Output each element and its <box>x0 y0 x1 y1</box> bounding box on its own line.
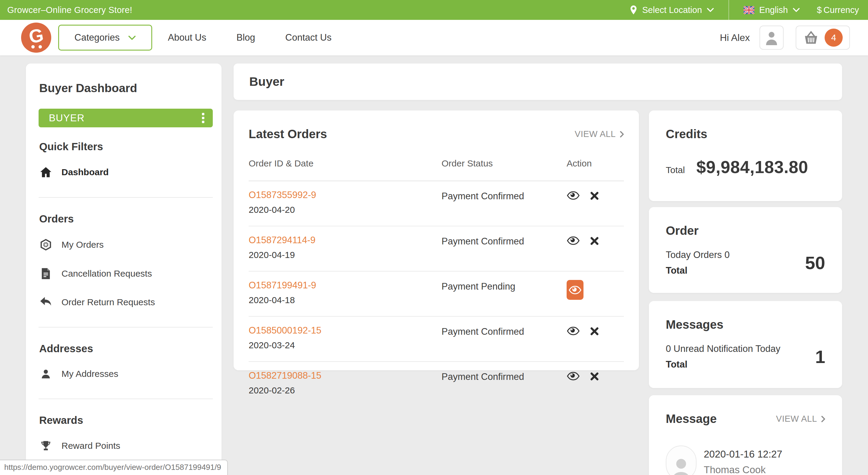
x-icon <box>590 327 599 336</box>
eye-icon <box>567 326 580 336</box>
cancel-order-button[interactable] <box>590 192 599 200</box>
sidebar-section-quick-filters: Quick Filters Dashboard <box>38 127 213 198</box>
orders-icon <box>39 239 53 251</box>
sender-avatar <box>666 445 696 475</box>
orders-table-header: Order ID & Date Order Status Action <box>249 158 624 181</box>
role-switch-button[interactable]: BUYER <box>38 109 213 127</box>
column-order-id-date: Order ID & Date <box>249 158 441 169</box>
cancel-order-button[interactable] <box>590 237 599 245</box>
page-title: Buyer <box>249 75 284 89</box>
categories-label: Categories <box>74 32 120 43</box>
map-pin-icon <box>629 5 638 15</box>
categories-button[interactable]: Categories <box>58 25 152 50</box>
main-nav: About Us Blog Contact Us <box>168 32 332 43</box>
home-icon <box>39 166 53 178</box>
store-title: Growcer–Online Grocery Store! <box>7 5 629 15</box>
sidebar-item[interactable]: My Addresses <box>39 368 213 379</box>
order-status: Payment Pending <box>441 280 567 292</box>
credits-total-value: $9,984,183.80 <box>696 157 808 177</box>
nav-about-us[interactable]: About Us <box>168 32 207 43</box>
message-card-title: Message <box>666 412 717 426</box>
order-date: 2020-04-20 <box>249 205 441 215</box>
cancel-order-button[interactable] <box>590 372 599 381</box>
order-row: O1587199491-9 2020-04-18 Payment Pending <box>249 272 624 317</box>
sidebar-item[interactable]: My Orders <box>39 239 213 251</box>
message-sender-name: Thomas Cook <box>704 464 782 475</box>
messages-stats-title: Messages <box>666 318 723 331</box>
buyer-sidebar: Buyer Dashboard BUYER Quick Filters Dash… <box>26 64 221 475</box>
return-icon <box>39 297 53 308</box>
view-all-messages-link[interactable]: VIEW ALL <box>776 414 825 424</box>
page-content: Buyer Dashboard BUYER Quick Filters Dash… <box>0 56 868 475</box>
growcer-logo[interactable]: G <box>21 23 51 53</box>
chevron-right-icon <box>620 131 624 138</box>
role-label: BUYER <box>49 112 85 124</box>
order-stats-title: Order <box>666 224 699 238</box>
sidebar-section-heading: Quick Filters <box>39 141 213 152</box>
sidebar-section-addresses: Addresses My Addresses <box>38 328 213 399</box>
order-date: 2020-02-26 <box>249 385 441 396</box>
eye-icon <box>567 236 580 245</box>
sidebar-item[interactable]: Order Return Requests <box>39 297 213 308</box>
currency-selector[interactable]: $ Currency <box>817 5 859 15</box>
order-date: 2020-04-19 <box>249 250 441 260</box>
order-id-link[interactable]: O1587294114-9 <box>249 235 315 246</box>
logo-wheel-icon <box>38 45 42 48</box>
nav-contact-us[interactable]: Contact Us <box>285 32 332 43</box>
x-icon <box>590 192 599 200</box>
cart-button[interactable]: 4 <box>796 26 850 50</box>
order-id-link[interactable]: O1582719088-15 <box>249 370 321 381</box>
order-id-link[interactable]: O1587355992-9 <box>249 190 316 201</box>
link-preview-url: https://demo.yogrowcer.com/buyer/view-or… <box>4 463 221 472</box>
order-status: Payment Confirmed <box>441 370 567 382</box>
latest-message-card: Message VIEW ALL 2020-0 <box>649 395 842 475</box>
column-order-status: Order Status <box>441 158 567 169</box>
nav-blog[interactable]: Blog <box>237 32 255 43</box>
sidebar-item[interactable]: Cancellation Requests <box>39 268 213 280</box>
view-order-button[interactable] <box>567 236 580 245</box>
chevron-down-icon <box>128 36 136 40</box>
currency-label: Currency <box>824 5 859 15</box>
order-row: O1587294114-9 2020-04-19 Payment Confirm… <box>249 226 624 272</box>
eye-icon <box>567 371 580 381</box>
view-order-button[interactable] <box>567 280 584 300</box>
language-label: English <box>759 5 788 15</box>
order-id-link[interactable]: O1585000192-15 <box>249 325 321 336</box>
person-icon <box>39 368 53 379</box>
latest-orders-title: Latest Orders <box>249 127 327 141</box>
messages-total-label: Total <box>666 359 780 370</box>
document-icon <box>39 268 53 280</box>
order-id-link[interactable]: O1587199491-9 <box>249 280 316 291</box>
top-announcement-bar: Growcer–Online Grocery Store! Select Loc… <box>0 0 868 20</box>
kebab-menu-icon <box>202 113 204 123</box>
column-action: Action <box>567 158 624 169</box>
user-greeting: Hi Alex <box>720 32 750 43</box>
sidebar-section-heading: Rewards <box>39 414 213 426</box>
message-time: 2020-01-16 12:27 <box>704 448 782 460</box>
cancel-order-button[interactable] <box>590 327 599 336</box>
eye-icon <box>567 191 580 200</box>
credits-title: Credits <box>666 127 707 141</box>
order-row: O1585000192-15 2020-03-24 Payment Confir… <box>249 317 624 362</box>
language-dropdown[interactable]: English <box>744 5 800 15</box>
select-location-dropdown[interactable]: Select Location <box>629 5 714 15</box>
order-row: O1587355992-9 2020-04-20 Payment Confirm… <box>249 181 624 226</box>
sidebar-item-label: Dashboard <box>61 167 109 177</box>
message-list-item[interactable]: 2020-01-16 12:27 Thomas Cook <box>666 445 825 475</box>
view-all-orders-link[interactable]: VIEW ALL <box>575 129 624 139</box>
user-avatar-icon <box>765 30 778 45</box>
chevron-down-icon <box>707 8 714 12</box>
order-status: Payment Confirmed <box>441 190 567 202</box>
x-icon <box>590 372 599 381</box>
sidebar-item[interactable]: Reward Points <box>39 440 213 451</box>
view-order-button[interactable] <box>567 371 580 381</box>
account-button[interactable] <box>760 26 784 50</box>
order-date: 2020-04-18 <box>249 295 441 305</box>
view-order-button[interactable] <box>567 326 580 336</box>
view-order-button[interactable] <box>567 191 580 200</box>
chevron-down-icon <box>793 8 800 12</box>
page-title-card: Buyer <box>234 64 842 100</box>
sidebar-item[interactable]: Dashboard <box>39 166 213 178</box>
today-orders-label: Today Orders 0 <box>666 249 730 260</box>
logo-wheel-icon <box>31 45 35 48</box>
